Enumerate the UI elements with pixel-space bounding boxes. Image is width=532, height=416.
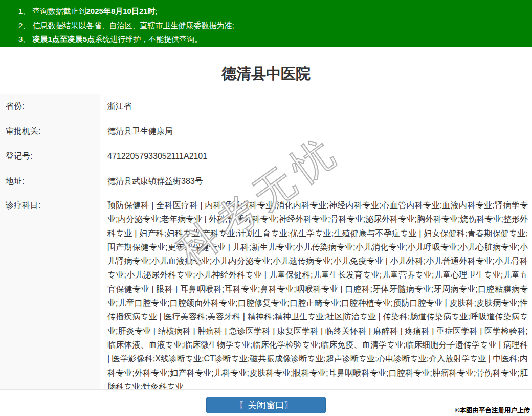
approval-authority-value: 德清县卫生健康局 bbox=[100, 119, 532, 144]
notice-2-pre: 2、 信息数据结果以各省、自治区、直辖市卫生健康委数据为准; bbox=[18, 21, 234, 30]
info-table: 省份: 浙江省 审批机关: 德清县卫生健康局 登记号: 471220579330… bbox=[0, 94, 532, 390]
province-value: 浙江省 bbox=[100, 94, 532, 119]
medical-subjects-value: 预防保健科 | 全科医疗科 | 内科;呼吸内科专业;消化内科专业;神经内科专业;… bbox=[100, 194, 532, 389]
province-label: 省份: bbox=[0, 94, 100, 119]
registration-number-value: 47122057933052111A2101 bbox=[100, 144, 532, 169]
registration-number-label: 登记号: bbox=[0, 144, 100, 169]
close-window-button[interactable]: 〖关闭窗口〗 bbox=[206, 397, 326, 413]
notice-line-3: 3、 凌晨1点至凌晨5点系统进行维护，不能提供查询。 bbox=[18, 32, 527, 47]
table-row-approval-authority: 审批机关: 德清县卫生健康局 bbox=[0, 119, 532, 144]
notice-3-post: 系统进行维护，不能提供查询。 bbox=[95, 35, 202, 43]
table-row-registration-number: 登记号: 47122057933052111A2101 bbox=[0, 144, 532, 169]
notice-1-pre: 1、 查询数据截止到 bbox=[18, 7, 86, 15]
notice-banner: 1、 查询数据截止到2025年8月10日21时; 2、 信息数据结果以各省、自治… bbox=[0, 0, 532, 47]
approval-authority-label: 审批机关: bbox=[0, 119, 100, 144]
notice-3-pre: 3、 bbox=[18, 35, 33, 43]
table-row-address: 地址: 德清县武康镇群益街383号 bbox=[0, 169, 532, 194]
notice-1-bold: 2025年8月10日21时 bbox=[86, 7, 156, 15]
address-value: 德清县武康镇群益街383号 bbox=[100, 169, 532, 194]
notice-1-post: ; bbox=[156, 7, 158, 15]
address-label: 地址: bbox=[0, 169, 100, 194]
upload-credit: ©本图由平台注册用户上传 bbox=[455, 406, 530, 415]
notice-line-2: 2、 信息数据结果以各省、自治区、直辖市卫生健康委数据为准; bbox=[18, 18, 527, 33]
footer-bar: 〖关闭窗口〗 bbox=[0, 390, 532, 413]
table-row-medical-subjects: 诊疗科目: 预防保健科 | 全科医疗科 | 内科;呼吸内科专业;消化内科专业;神… bbox=[0, 194, 532, 389]
medical-subjects-label: 诊疗科目: bbox=[0, 194, 100, 389]
table-row-province: 省份: 浙江省 bbox=[0, 94, 532, 119]
page-title: 德清县中医院 bbox=[0, 47, 532, 94]
notice-3-bold: 凌晨1点至凌晨5点 bbox=[33, 35, 95, 43]
notice-line-1: 1、 查询数据截止到2025年8月10日21时; bbox=[18, 4, 527, 18]
